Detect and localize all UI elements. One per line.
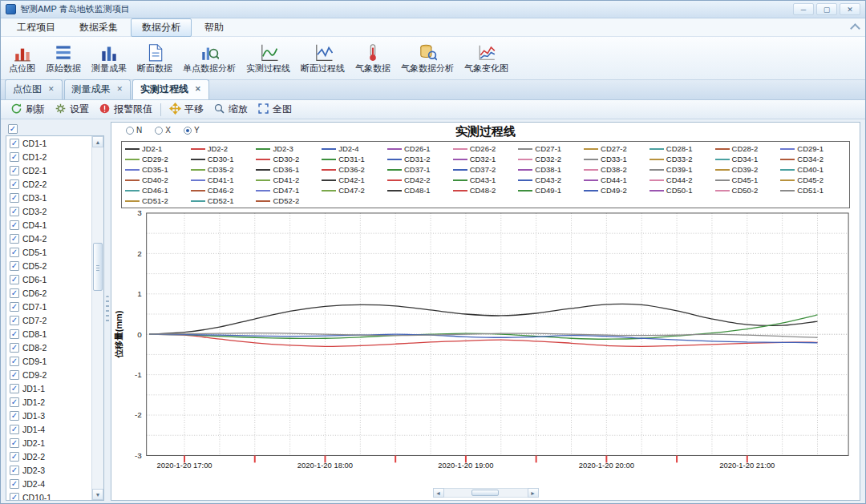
chart-plot[interactable]: -3-2-101232020-1-20 17:002020-1-20 18:00… [111, 210, 860, 487]
subtool-full-view[interactable]: 全图 [253, 101, 297, 119]
radio-Y[interactable]: Y [184, 126, 200, 135]
hscrollbar-thumb[interactable] [471, 490, 499, 496]
checkbox-icon[interactable]: ✓ [10, 302, 19, 312]
checkbox-icon[interactable]: ✓ [10, 275, 19, 284]
radio-icon[interactable] [184, 127, 192, 135]
checkbox-icon[interactable]: ✓ [10, 466, 19, 475]
checkbox-icon[interactable]: ✓ [10, 479, 19, 489]
checkbox-icon[interactable]: ✓ [10, 139, 19, 148]
toolbar-weather-change-chart[interactable]: 气象变化图 [459, 40, 513, 76]
checkbox-icon[interactable]: ✓ [10, 288, 19, 298]
checkbox-icon[interactable]: ✓ [10, 193, 19, 203]
tab-inactive[interactable]: 点位图✕ [5, 79, 63, 99]
sidebar-item[interactable]: ✓CD4-1 [6, 218, 91, 232]
scroll-down-icon[interactable]: ▼ [92, 489, 103, 500]
sidebar-item[interactable]: ✓CD5-1 [6, 245, 91, 259]
scroll-right-icon[interactable]: ► [528, 488, 539, 498]
radio-icon[interactable] [126, 127, 134, 135]
checkbox-icon[interactable]: ✓ [10, 357, 19, 366]
toolbar-single-point-analysis[interactable]: 单点数据分析 [178, 40, 241, 76]
maximize-button[interactable]: ▢ [816, 3, 837, 15]
tab-close-icon[interactable]: ✕ [48, 86, 55, 93]
sidebar-item[interactable]: ✓CD4-2 [6, 232, 91, 245]
checkbox-icon[interactable]: ✓ [10, 234, 19, 244]
splitter-handle[interactable] [104, 119, 111, 503]
sidebar-item[interactable]: ✓CD9-2 [6, 368, 91, 381]
checkbox-icon[interactable]: ✓ [10, 152, 19, 162]
checkbox-icon[interactable]: ✓ [10, 452, 19, 462]
collapse-ribbon-icon[interactable] [849, 23, 860, 31]
checkbox-icon[interactable]: ✓ [10, 425, 19, 434]
menu-item[interactable]: 工程项目 [6, 18, 67, 37]
toolbar-section-process-line[interactable]: 断面过程线 [296, 40, 350, 76]
checkbox-icon[interactable]: ✓ [10, 438, 19, 448]
select-all-checkbox[interactable]: ✓ [8, 124, 18, 134]
sidebar-item[interactable]: ✓CD7-2 [6, 313, 91, 327]
sidebar-item[interactable]: ✓CD8-1 [6, 327, 91, 341]
sidebar-item[interactable]: ✓JD2-4 [6, 477, 91, 490]
checkbox-icon[interactable]: ✓ [10, 493, 19, 501]
tab-active[interactable]: 实测过程线✕ [132, 79, 209, 99]
tab-close-icon[interactable]: ✕ [117, 86, 123, 93]
sidebar-item[interactable]: ✓CD1-1 [6, 136, 91, 150]
subtool-zoom[interactable]: 缩放 [208, 101, 253, 119]
subtool-refresh[interactable]: 刷新 [6, 101, 50, 119]
sidebar-scrollbar[interactable]: ▲ ▼ [91, 136, 103, 500]
subtool-alarm-limit[interactable]: 报警限值 [94, 101, 157, 119]
sidebar-item[interactable]: ✓CD5-2 [6, 259, 91, 272]
toolbar-weather-data[interactable]: 气象数据 [350, 40, 395, 76]
radio-X[interactable]: X [155, 126, 171, 135]
sidebar-item[interactable]: ✓CD7-1 [6, 300, 91, 313]
tab-close-icon[interactable]: ✕ [195, 86, 201, 93]
hscrollbar-track[interactable] [444, 488, 528, 498]
checkbox-icon[interactable]: ✓ [10, 343, 19, 353]
sidebar-item[interactable]: ✓CD10-1 [6, 490, 91, 500]
checkbox-icon[interactable]: ✓ [10, 207, 19, 216]
toolbar-section-data[interactable]: 断面数据 [132, 40, 177, 76]
sidebar-item[interactable]: ✓JD1-3 [6, 409, 91, 422]
toolbar-survey-result[interactable]: 测量成果 [87, 40, 132, 76]
scrollbar-track[interactable] [92, 147, 103, 489]
toolbar-point-map[interactable]: 点位图 [4, 40, 40, 76]
sidebar-item[interactable]: ✓JD1-1 [6, 381, 91, 395]
scrollbar-thumb[interactable] [93, 243, 103, 291]
sidebar-item[interactable]: ✓JD1-4 [6, 422, 91, 436]
checkbox-icon[interactable]: ✓ [10, 179, 19, 189]
menu-item[interactable]: 数据分析 [131, 18, 192, 37]
checkbox-icon[interactable]: ✓ [10, 316, 19, 325]
checkbox-icon[interactable]: ✓ [10, 329, 19, 339]
menu-item[interactable]: 帮助 [193, 18, 235, 37]
toolbar-raw-data[interactable]: 原始数据 [41, 40, 86, 76]
sidebar-item[interactable]: ✓CD2-1 [6, 163, 91, 177]
checkbox-icon[interactable]: ✓ [10, 384, 19, 393]
checkbox-icon[interactable]: ✓ [10, 370, 19, 380]
sidebar-item[interactable]: ✓CD6-2 [6, 286, 91, 300]
sidebar-item[interactable]: ✓CD3-2 [6, 204, 91, 218]
subtool-settings[interactable]: 设置 [50, 101, 94, 119]
minimize-button[interactable]: ─ [793, 3, 814, 15]
subtool-pan[interactable]: 平移 [164, 101, 208, 119]
sidebar-item[interactable]: ✓JD2-1 [6, 436, 91, 450]
sidebar-item[interactable]: ✓JD1-2 [6, 395, 91, 409]
toolbar-measured-process-line[interactable]: 实测过程线 [241, 40, 295, 76]
sidebar-item[interactable]: ✓CD2-2 [6, 177, 91, 191]
sidebar-item[interactable]: ✓CD9-1 [6, 354, 91, 368]
checkbox-icon[interactable]: ✓ [10, 261, 19, 271]
toolbar-weather-analysis[interactable]: 气象数据分析 [396, 40, 459, 76]
sidebar-item[interactable]: ✓CD3-1 [6, 191, 91, 204]
scroll-left-icon[interactable]: ◄ [433, 488, 444, 498]
radio-N[interactable]: N [126, 126, 142, 135]
radio-icon[interactable] [155, 127, 163, 135]
checkbox-icon[interactable]: ✓ [10, 248, 19, 257]
checkbox-icon[interactable]: ✓ [10, 411, 19, 421]
sidebar-item[interactable]: ✓CD8-2 [6, 341, 91, 354]
sidebar-item[interactable]: ✓JD2-3 [6, 463, 91, 477]
checkbox-icon[interactable]: ✓ [10, 397, 19, 407]
sidebar-item[interactable]: ✓CD1-2 [6, 150, 91, 163]
tab-inactive[interactable]: 测量成果✕ [64, 79, 132, 99]
sidebar-item[interactable]: ✓JD2-2 [6, 450, 91, 463]
sidebar-item[interactable]: ✓CD6-1 [6, 272, 91, 286]
scroll-up-icon[interactable]: ▲ [92, 136, 103, 147]
checkbox-icon[interactable]: ✓ [10, 220, 19, 230]
chart-hscrollbar[interactable]: ◄ ► [111, 487, 860, 498]
